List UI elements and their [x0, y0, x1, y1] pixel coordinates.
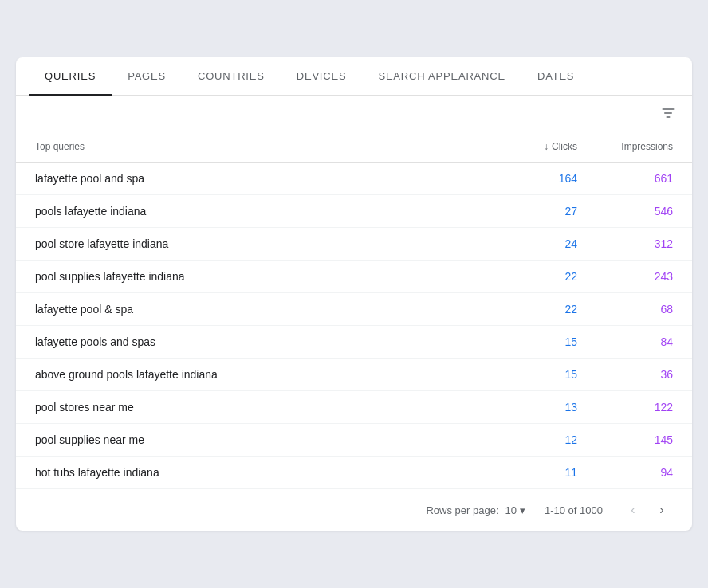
row-impressions: 243	[577, 270, 673, 283]
row-impressions: 312	[577, 237, 673, 250]
row-clicks: 12	[482, 433, 577, 446]
next-page-button[interactable]: ›	[651, 499, 673, 521]
row-clicks: 13	[482, 401, 577, 414]
row-clicks: 15	[482, 335, 577, 348]
row-impressions: 84	[577, 335, 673, 348]
tab-dates[interactable]: DATES	[521, 57, 590, 95]
row-impressions: 661	[577, 172, 673, 185]
row-query: above ground pools lafayette indiana	[35, 368, 482, 381]
row-query: hot tubs lafayette indiana	[35, 466, 482, 479]
rows-per-page-value: 10	[505, 504, 517, 516]
queries-table: Top queries ↓ Clicks Impressions lafayet…	[16, 131, 692, 489]
page-navigation: ‹ ›	[622, 499, 673, 521]
row-query: pool store lafayette indiana	[35, 237, 482, 250]
table-row[interactable]: lafayette pools and spas 15 84	[16, 326, 692, 359]
pagination: Rows per page: 10 ▾ 1-10 of 1000 ‹ ›	[16, 489, 692, 531]
row-clicks: 164	[482, 172, 577, 185]
prev-page-button[interactable]: ‹	[622, 499, 644, 521]
filter-row	[16, 96, 692, 131]
table-row[interactable]: pool stores near me 13 122	[16, 391, 692, 424]
row-clicks: 27	[482, 205, 577, 218]
row-query: lafayette pools and spas	[35, 335, 482, 348]
row-query: lafayette pool & spa	[35, 303, 482, 316]
row-clicks: 11	[482, 466, 577, 479]
chevron-down-icon: ▾	[520, 504, 525, 516]
table-row[interactable]: pool supplies near me 12 145	[16, 424, 692, 457]
table-header: Top queries ↓ Clicks Impressions	[16, 131, 692, 163]
row-query: pool supplies lafayette indiana	[35, 270, 482, 283]
tab-search-appearance[interactable]: SEARCH APPEARANCE	[362, 57, 521, 95]
table-row[interactable]: pools lafayette indiana 27 546	[16, 195, 692, 228]
tab-devices[interactable]: DEVICES	[281, 57, 363, 95]
row-query: pool stores near me	[35, 401, 482, 414]
row-clicks: 22	[482, 303, 577, 316]
tab-bar: QUERIES PAGES COUNTRIES DEVICES SEARCH A…	[16, 57, 692, 96]
row-clicks: 24	[482, 237, 577, 250]
column-header-impressions: Impressions	[577, 141, 673, 152]
row-impressions: 94	[577, 466, 673, 479]
tab-pages[interactable]: PAGES	[112, 57, 182, 95]
table-row[interactable]: pool supplies lafayette indiana 22 243	[16, 261, 692, 293]
tab-queries[interactable]: QUERIES	[29, 57, 112, 95]
row-query: pool supplies near me	[35, 433, 482, 446]
row-clicks: 15	[482, 368, 577, 381]
column-header-clicks[interactable]: ↓ Clicks	[482, 141, 577, 152]
rows-per-page-label: Rows per page:	[426, 504, 498, 516]
main-card: QUERIES PAGES COUNTRIES DEVICES SEARCH A…	[16, 57, 692, 531]
table-body: lafayette pool and spa 164 661 pools laf…	[16, 163, 692, 489]
table-row[interactable]: lafayette pool and spa 164 661	[16, 163, 692, 195]
row-query: pools lafayette indiana	[35, 205, 482, 218]
column-header-query: Top queries	[35, 141, 482, 152]
table-row[interactable]: pool store lafayette indiana 24 312	[16, 228, 692, 261]
row-impressions: 122	[577, 401, 673, 414]
tab-countries[interactable]: COUNTRIES	[182, 57, 281, 95]
row-clicks: 22	[482, 270, 577, 283]
filter-button[interactable]	[657, 102, 679, 124]
page-info: 1-10 of 1000	[545, 504, 603, 516]
rows-per-page-control: Rows per page: 10 ▾	[426, 504, 525, 516]
row-impressions: 68	[577, 303, 673, 316]
rows-per-page-select[interactable]: 10 ▾	[505, 504, 525, 516]
table-row[interactable]: above ground pools lafayette indiana 15 …	[16, 359, 692, 391]
row-impressions: 145	[577, 433, 673, 446]
row-query: lafayette pool and spa	[35, 172, 482, 185]
sort-down-icon: ↓	[544, 141, 549, 152]
row-impressions: 546	[577, 205, 673, 218]
table-row[interactable]: lafayette pool & spa 22 68	[16, 293, 692, 326]
table-row[interactable]: hot tubs lafayette indiana 11 94	[16, 457, 692, 489]
row-impressions: 36	[577, 368, 673, 381]
